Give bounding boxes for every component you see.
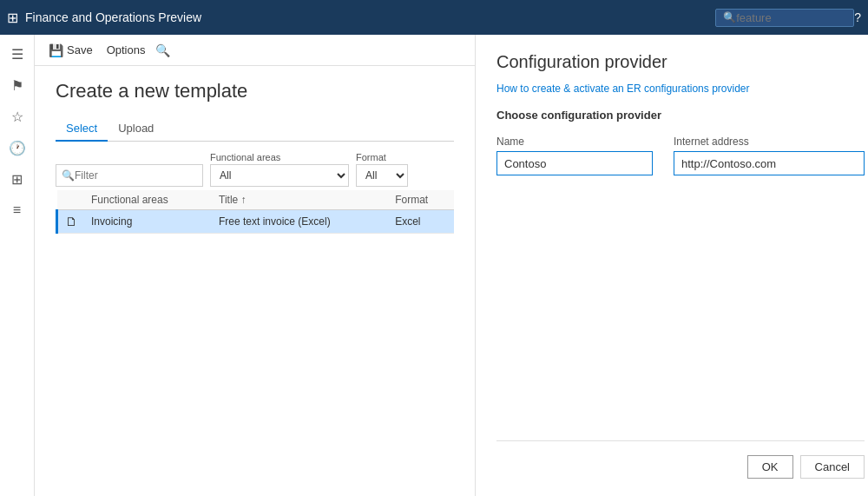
panel-footer: OK Cancel (496, 440, 865, 479)
sidebar-item-recent[interactable]: 🕐 (0, 132, 35, 163)
sidebar-item-star[interactable]: ☆ (0, 101, 35, 132)
functional-areas-filter-group: Functional areas All (210, 152, 349, 187)
filter-input-wrap[interactable]: 🔍 (56, 164, 203, 187)
save-label: Save (67, 43, 93, 56)
row-icon-cell: 🗋 (57, 210, 85, 234)
ok-button[interactable]: OK (747, 455, 793, 479)
save-button[interactable]: 💾 Save (42, 40, 100, 61)
functional-areas-select[interactable]: All (210, 164, 349, 187)
right-panel: Configuration provider How to create & a… (476, 35, 868, 496)
command-bar: 💾 Save Options 🔍 (35, 35, 475, 66)
search-input[interactable] (736, 11, 840, 24)
internet-address-label: Internet address (674, 136, 865, 148)
sidebar-item-workspaces[interactable]: ⊞ (0, 163, 35, 195)
filter-icon: 🔍 (62, 169, 75, 182)
internet-address-input[interactable] (674, 151, 865, 175)
content-area: 💾 Save Options 🔍 Create a new template S… (35, 35, 868, 496)
options-label: Options (107, 43, 146, 56)
internet-address-form-group: Internet address (674, 136, 865, 175)
filter-input[interactable] (75, 169, 197, 182)
tab-upload[interactable]: Upload (108, 116, 164, 142)
app-title: Finance and Operations Preview (25, 10, 715, 24)
filter-group: 🔍 (56, 164, 203, 187)
page-content: Create a new template Select Upload 🔍 (35, 66, 475, 496)
form-row: Name Internet address (496, 136, 865, 175)
table-row[interactable]: 🗋 Invoicing Free text invoice (Excel) Ex… (57, 210, 455, 234)
tab-select[interactable]: Select (56, 116, 108, 142)
format-label: Format (356, 152, 408, 162)
grid-icon[interactable]: ⊞ (7, 10, 18, 26)
sidebar-item-flag[interactable]: ⚑ (0, 69, 35, 101)
save-icon: 💾 (49, 43, 63, 57)
section-label: Choose configuration provider (496, 109, 865, 122)
row-functional-areas: Invoicing (84, 210, 212, 234)
format-filter-group: Format All (356, 152, 408, 187)
col-functional-areas: Functional areas (84, 190, 212, 210)
main-layout: ☰ ⚑ ☆ 🕐 ⊞ ≡ 💾 Save Options 🔍 Create a (0, 35, 868, 496)
cmd-search-icon[interactable]: 🔍 (155, 43, 170, 57)
template-table: Functional areas Title ↑ Format (56, 190, 454, 234)
panel-title: Configuration provider (496, 52, 865, 72)
top-bar: ⊞ Finance and Operations Preview 🔍 ? (0, 0, 868, 35)
sidebar: ☰ ⚑ ☆ 🕐 ⊞ ≡ (0, 35, 35, 496)
sidebar-item-modules[interactable]: ≡ (0, 195, 35, 226)
row-format: Excel (388, 210, 454, 234)
left-panel: 💾 Save Options 🔍 Create a new template S… (35, 35, 476, 496)
name-form-group: Name (496, 136, 653, 175)
global-search[interactable]: 🔍 (715, 9, 854, 27)
sidebar-item-hamburger[interactable]: ☰ (0, 38, 35, 69)
filter-row: 🔍 Functional areas All Format All (56, 152, 454, 187)
options-button[interactable]: Options (100, 40, 153, 60)
format-select[interactable]: All (356, 164, 408, 187)
tabs: Select Upload (56, 116, 454, 142)
col-format: Format (388, 190, 454, 210)
name-label: Name (496, 136, 653, 148)
functional-areas-label: Functional areas (210, 152, 349, 162)
help-icon[interactable]: ? (854, 10, 861, 24)
col-icon (57, 190, 85, 210)
col-title: Title ↑ (212, 190, 388, 210)
page-title: Create a new template (56, 80, 454, 103)
search-icon: 🔍 (723, 11, 736, 23)
row-title: Free text invoice (Excel) (212, 210, 388, 234)
row-icon: 🗋 (65, 215, 77, 228)
table-header-row: Functional areas Title ↑ Format (57, 190, 455, 210)
name-input[interactable] (496, 151, 653, 175)
cancel-button[interactable]: Cancel (800, 455, 865, 479)
panel-link[interactable]: How to create & activate an ER configura… (496, 83, 865, 95)
